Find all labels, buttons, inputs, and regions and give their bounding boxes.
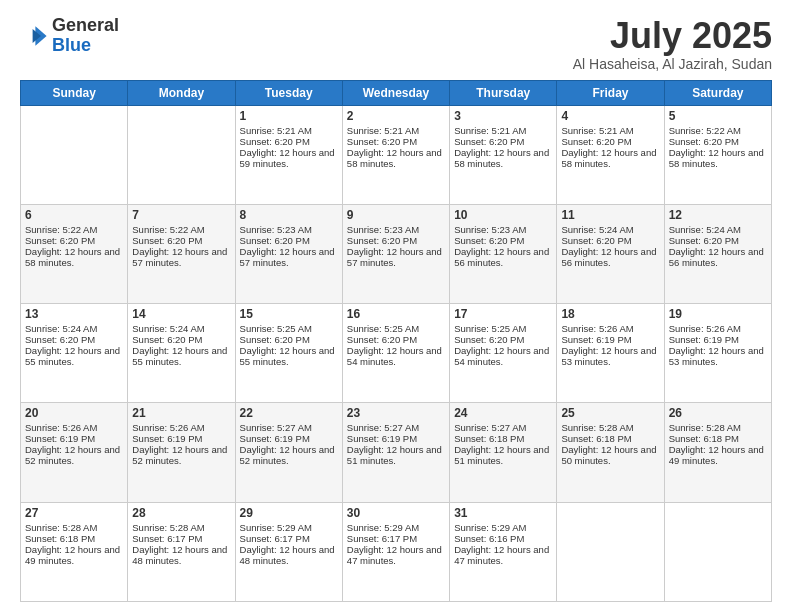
calendar-cell: 30Sunrise: 5:29 AMSunset: 6:17 PMDayligh… [342,502,449,601]
calendar-cell: 8Sunrise: 5:23 AMSunset: 6:20 PMDaylight… [235,204,342,303]
sunrise-text: Sunrise: 5:26 AM [561,323,659,334]
sunset-text: Sunset: 6:20 PM [240,136,338,147]
calendar-cell: 26Sunrise: 5:28 AMSunset: 6:18 PMDayligh… [664,403,771,502]
day-number: 28 [132,506,230,520]
sunrise-text: Sunrise: 5:21 AM [454,125,552,136]
calendar-week-row: 27Sunrise: 5:28 AMSunset: 6:18 PMDayligh… [21,502,772,601]
daylight-text: Daylight: 12 hours and 56 minutes. [561,246,659,268]
sunset-text: Sunset: 6:20 PM [132,334,230,345]
calendar-cell: 5Sunrise: 5:22 AMSunset: 6:20 PMDaylight… [664,105,771,204]
sunrise-text: Sunrise: 5:28 AM [561,422,659,433]
daylight-text: Daylight: 12 hours and 48 minutes. [240,544,338,566]
day-number: 8 [240,208,338,222]
calendar-cell: 9Sunrise: 5:23 AMSunset: 6:20 PMDaylight… [342,204,449,303]
daylight-text: Daylight: 12 hours and 51 minutes. [347,444,445,466]
day-number: 31 [454,506,552,520]
sunrise-text: Sunrise: 5:23 AM [240,224,338,235]
calendar-week-row: 20Sunrise: 5:26 AMSunset: 6:19 PMDayligh… [21,403,772,502]
sunset-text: Sunset: 6:18 PM [561,433,659,444]
calendar-cell: 10Sunrise: 5:23 AMSunset: 6:20 PMDayligh… [450,204,557,303]
sunrise-text: Sunrise: 5:25 AM [347,323,445,334]
logo-text: General Blue [52,16,119,56]
sunrise-text: Sunrise: 5:22 AM [25,224,123,235]
daylight-text: Daylight: 12 hours and 52 minutes. [132,444,230,466]
page: General Blue July 2025 Al Hasaheisa, Al … [0,0,792,612]
sunrise-text: Sunrise: 5:27 AM [454,422,552,433]
sunset-text: Sunset: 6:20 PM [240,334,338,345]
sunrise-text: Sunrise: 5:21 AM [561,125,659,136]
day-number: 23 [347,406,445,420]
calendar-cell [664,502,771,601]
calendar-week-row: 6Sunrise: 5:22 AMSunset: 6:20 PMDaylight… [21,204,772,303]
sunrise-text: Sunrise: 5:25 AM [240,323,338,334]
calendar-cell [128,105,235,204]
daylight-text: Daylight: 12 hours and 58 minutes. [347,147,445,169]
daylight-text: Daylight: 12 hours and 57 minutes. [347,246,445,268]
day-number: 15 [240,307,338,321]
sunset-text: Sunset: 6:20 PM [132,235,230,246]
sunset-text: Sunset: 6:19 PM [347,433,445,444]
sunset-text: Sunset: 6:20 PM [669,235,767,246]
sunset-text: Sunset: 6:20 PM [561,235,659,246]
daylight-text: Daylight: 12 hours and 58 minutes. [669,147,767,169]
daylight-text: Daylight: 12 hours and 53 minutes. [669,345,767,367]
calendar-cell: 12Sunrise: 5:24 AMSunset: 6:20 PMDayligh… [664,204,771,303]
calendar-cell: 18Sunrise: 5:26 AMSunset: 6:19 PMDayligh… [557,304,664,403]
daylight-text: Daylight: 12 hours and 55 minutes. [25,345,123,367]
calendar-table: SundayMondayTuesdayWednesdayThursdayFrid… [20,80,772,602]
day-number: 3 [454,109,552,123]
calendar-cell: 19Sunrise: 5:26 AMSunset: 6:19 PMDayligh… [664,304,771,403]
daylight-text: Daylight: 12 hours and 59 minutes. [240,147,338,169]
sunset-text: Sunset: 6:20 PM [240,235,338,246]
sunrise-text: Sunrise: 5:24 AM [25,323,123,334]
sunrise-text: Sunrise: 5:28 AM [669,422,767,433]
sunset-text: Sunset: 6:18 PM [669,433,767,444]
sunset-text: Sunset: 6:20 PM [347,334,445,345]
calendar-cell: 1Sunrise: 5:21 AMSunset: 6:20 PMDaylight… [235,105,342,204]
title-block: July 2025 Al Hasaheisa, Al Jazirah, Suda… [573,16,772,72]
calendar-cell: 16Sunrise: 5:25 AMSunset: 6:20 PMDayligh… [342,304,449,403]
day-number: 20 [25,406,123,420]
sunset-text: Sunset: 6:20 PM [669,136,767,147]
daylight-text: Daylight: 12 hours and 50 minutes. [561,444,659,466]
daylight-text: Daylight: 12 hours and 52 minutes. [25,444,123,466]
day-number: 30 [347,506,445,520]
daylight-text: Daylight: 12 hours and 55 minutes. [240,345,338,367]
calendar-cell: 23Sunrise: 5:27 AMSunset: 6:19 PMDayligh… [342,403,449,502]
logo: General Blue [20,16,119,56]
sunrise-text: Sunrise: 5:23 AM [347,224,445,235]
sunrise-text: Sunrise: 5:27 AM [240,422,338,433]
day-number: 12 [669,208,767,222]
day-number: 19 [669,307,767,321]
day-number: 9 [347,208,445,222]
sunrise-text: Sunrise: 5:25 AM [454,323,552,334]
day-number: 2 [347,109,445,123]
sunset-text: Sunset: 6:20 PM [454,235,552,246]
calendar-cell: 13Sunrise: 5:24 AMSunset: 6:20 PMDayligh… [21,304,128,403]
sunrise-text: Sunrise: 5:29 AM [347,522,445,533]
sunset-text: Sunset: 6:19 PM [240,433,338,444]
calendar-day-header: Monday [128,80,235,105]
calendar-cell: 24Sunrise: 5:27 AMSunset: 6:18 PMDayligh… [450,403,557,502]
sunrise-text: Sunrise: 5:22 AM [669,125,767,136]
sunset-text: Sunset: 6:17 PM [132,533,230,544]
sunset-text: Sunset: 6:20 PM [347,136,445,147]
sunset-text: Sunset: 6:19 PM [669,334,767,345]
day-number: 7 [132,208,230,222]
daylight-text: Daylight: 12 hours and 49 minutes. [25,544,123,566]
sunrise-text: Sunrise: 5:22 AM [132,224,230,235]
sunrise-text: Sunrise: 5:24 AM [132,323,230,334]
sunrise-text: Sunrise: 5:24 AM [561,224,659,235]
calendar-day-header: Tuesday [235,80,342,105]
sunset-text: Sunset: 6:19 PM [132,433,230,444]
location: Al Hasaheisa, Al Jazirah, Sudan [573,56,772,72]
daylight-text: Daylight: 12 hours and 56 minutes. [454,246,552,268]
calendar-cell: 14Sunrise: 5:24 AMSunset: 6:20 PMDayligh… [128,304,235,403]
sunset-text: Sunset: 6:20 PM [25,334,123,345]
day-number: 27 [25,506,123,520]
sunrise-text: Sunrise: 5:28 AM [25,522,123,533]
day-number: 13 [25,307,123,321]
calendar-day-header: Thursday [450,80,557,105]
sunset-text: Sunset: 6:20 PM [347,235,445,246]
calendar-cell [557,502,664,601]
